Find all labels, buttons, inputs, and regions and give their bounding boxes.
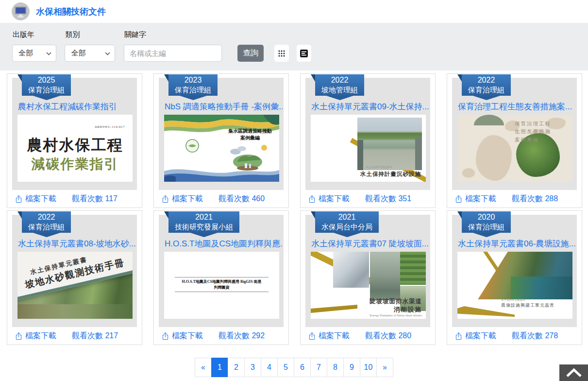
cover-art — [175, 292, 269, 292]
download-link[interactable]: 檔案下載 — [15, 331, 56, 341]
pagination-next[interactable]: » — [376, 358, 393, 377]
cover-report-code: ARDSWC-114-017 — [95, 125, 125, 129]
badge-year: 2022 — [321, 75, 358, 85]
cover-title-block: 陡坡坡面排水渠道 消能設施 Energy Dissipator of Steep… — [370, 297, 422, 317]
year-select[interactable]: 全部 — [12, 45, 56, 62]
search-button[interactable]: 查詢 — [237, 45, 264, 62]
pagination-page-7[interactable]: 7 — [310, 358, 327, 377]
document-card: 2022 保育治理組 水土保持單元叢書08-坡地水砂... 水土保持單元叢書 坡… — [7, 210, 142, 345]
category-select-value: 全部 — [71, 49, 85, 58]
document-cover[interactable]: 集水區調適策略推動 案例彙編 — [164, 115, 279, 182]
cover-art — [476, 135, 512, 181]
card-footer: 檔案下載 觀看次數 278 — [447, 327, 582, 345]
badge-year: 2022 — [468, 75, 504, 85]
year-category-badge: 2021 水保局台中分局 — [315, 211, 379, 233]
page-header: 水保相關技術文件 — [0, 0, 588, 23]
year-label: 出版年 — [13, 30, 56, 39]
pagination-page-1[interactable]: 1 — [211, 358, 228, 377]
download-link[interactable]: 檔案下載 — [15, 194, 56, 204]
view-count: 觀看次數 351 — [365, 194, 411, 204]
cover-art — [462, 168, 475, 178]
download-link[interactable]: 檔案下載 — [455, 194, 496, 204]
download-label: 檔案下載 — [319, 331, 350, 341]
download-link[interactable]: 檔案下載 — [308, 194, 350, 204]
cover-title-line: H.O.S.T地圖及CS地圖判釋與應用 BigGIS 衛星 — [175, 277, 269, 285]
cover-caption: 水土保持計畫沉砂設施 — [360, 171, 421, 178]
document-cover[interactable]: 水土保持單元叢書 坡地水砂觀測技術手冊 — [17, 252, 133, 319]
view-count: 觀看次數 460 — [218, 194, 265, 204]
pagination-page-3[interactable]: 3 — [244, 358, 261, 377]
cover-title-line: 判釋圖資 — [175, 285, 269, 292]
badge-category: 保育治理組 — [28, 85, 65, 94]
document-title-link[interactable]: 水土保持單元叢書06-農塘設施... — [458, 238, 576, 249]
document-card: 2021 水保局台中分局 水土保持單元叢書07 陡坡坡面... 陡坡坡面排水渠道… — [300, 210, 436, 345]
document-cover[interactable]: ARDSWC-114-017 農村水保工程 減碳作業指引 — [17, 115, 133, 182]
category-select[interactable]: 全部 — [65, 45, 115, 62]
cover-illustration — [164, 115, 279, 182]
monitor-icon — [12, 2, 30, 20]
document-cover[interactable]: H.O.S.T地圖及CS地圖判釋與應用 BigGIS 衛星 判釋圖資 — [164, 252, 279, 319]
pagination-page-10[interactable]: 10 — [360, 358, 377, 377]
category-label: 類別 — [65, 30, 115, 39]
box-arrow-up-icon — [455, 332, 462, 340]
view-count: 觀看次數 217 — [72, 331, 118, 341]
pagination-prev[interactable]: « — [195, 358, 212, 377]
scroll-to-top-button[interactable] — [559, 364, 588, 381]
badge-year: 2021 — [321, 212, 372, 222]
document-title-link[interactable]: 水土保持單元叢書08-坡地水砂... — [18, 238, 136, 249]
document-title-link[interactable]: 水土保持單元叢書09-水土保持... — [311, 101, 429, 112]
cover-title-line: 減碳作業指引 — [17, 155, 133, 173]
download-label: 檔案下載 — [172, 194, 203, 204]
download-label: 檔案下載 — [172, 331, 203, 341]
badge-category: 水保局台中分局 — [321, 222, 372, 231]
badge-category: 保育治理組 — [175, 85, 211, 94]
grid-3x3-dots-icon — [278, 50, 285, 57]
download-label: 檔案下載 — [25, 331, 56, 341]
document-title-link[interactable]: NbS 調適策略推動手冊 -案例彙... — [165, 101, 283, 112]
document-cover[interactable]: 水土保持單元叢書06 農塘設施興建工單元叢書 — [457, 252, 572, 319]
document-title-link[interactable]: 保育治理工程生態友善措施案... — [458, 101, 576, 112]
pagination-page-6[interactable]: 6 — [294, 358, 311, 377]
filter-category: 類別 全部 — [65, 29, 115, 62]
list-view-button[interactable] — [297, 45, 311, 62]
view-count: 觀看次數 280 — [365, 331, 411, 341]
cover-title-line: 集水區調適策略推動 案例彙編 — [224, 128, 276, 141]
document-title-link[interactable]: 水土保持單元叢書07 陡坡坡面... — [311, 238, 429, 249]
grid-view-button[interactable] — [274, 45, 289, 62]
document-card: 2023 保育治理組 NbS 調適策略推動手冊 -案例彙... — [153, 73, 289, 208]
cover-art — [474, 115, 504, 125]
pagination-page-8[interactable]: 8 — [327, 358, 344, 377]
download-link[interactable]: 檔案下載 — [308, 331, 350, 341]
document-title-link[interactable]: H.O.S.T地圖及CS地圖判釋與應... — [165, 238, 283, 249]
download-link[interactable]: 檔案下載 — [162, 331, 203, 341]
cover-photo — [370, 252, 400, 300]
cover-series-label: 水土保持單元叢書06 — [501, 298, 525, 302]
keyword-input[interactable] — [124, 45, 222, 62]
view-count: 觀看次數 288 — [512, 194, 558, 204]
cover-title-block: H.O.S.T地圖及CS地圖判釋與應用 BigGIS 衛星 判釋圖資 — [175, 277, 269, 292]
pagination: « 1 2 3 4 5 6 7 8 9 10 » — [7, 358, 581, 377]
download-link[interactable]: 檔案下載 — [162, 194, 203, 204]
card-footer: 檔案下載 觀看次數 292 — [154, 327, 288, 345]
year-select-value: 全部 — [18, 49, 33, 58]
year-category-badge: 2022 保育治理組 — [22, 211, 71, 233]
badge-year: 2025 — [28, 75, 65, 85]
pagination-page-5[interactable]: 5 — [277, 358, 294, 377]
document-cover[interactable]: 保育治理工程 生態友善措施 案例彙編 — [457, 115, 572, 182]
document-cover[interactable]: 陡坡坡面排水渠道 消能設施 Energy Dissipator of Steep… — [311, 252, 426, 319]
chevron-up-icon — [566, 368, 582, 378]
pagination-page-2[interactable]: 2 — [228, 358, 245, 377]
document-cover[interactable]: 水土保持單元叢書09 水土保持計畫沉砂設施 — [311, 115, 426, 182]
pagination-page-4[interactable]: 4 — [261, 358, 278, 377]
card-footer: 檔案下載 觀看次數 460 — [154, 190, 288, 208]
results-area: 2025 保育治理組 農村水保工程減碳作業指引 ARDSWC-114-017 農… — [0, 70, 588, 377]
cover-series-label: 水土保持單元叢書09 — [365, 165, 392, 170]
pagination-page-9[interactable]: 9 — [343, 358, 360, 377]
document-card: 2021 技術研究發展小組 H.O.S.T地圖及CS地圖判釋與應... H.O.… — [153, 210, 289, 345]
chevron-down-icon — [105, 52, 110, 55]
cover-caption: 農塘設施興建工單元叢書 — [501, 302, 554, 309]
document-title-link[interactable]: 農村水保工程減碳作業指引 — [18, 101, 136, 112]
badge-year: 2022 — [28, 212, 65, 222]
cover-title-line: 農村水保工程 — [17, 135, 133, 156]
download-link[interactable]: 檔案下載 — [455, 331, 496, 341]
